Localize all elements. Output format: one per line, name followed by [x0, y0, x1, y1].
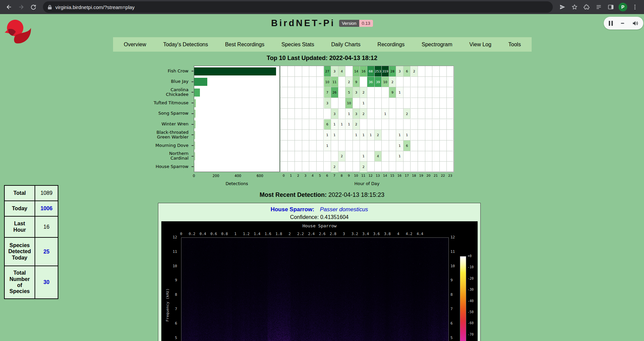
axis-tick	[192, 166, 194, 167]
top10-heading: Top 10 Last Updated: 2022-04-13 18:12	[0, 55, 644, 62]
seek-bar[interactable]	[621, 23, 624, 24]
colorbar-tick: -50	[468, 310, 474, 314]
heat-cell	[302, 87, 310, 98]
species-scientific-link[interactable]: Passer domesticus	[320, 206, 368, 213]
heat-cell	[396, 109, 404, 119]
spectro-xtick: 2	[288, 232, 291, 236]
heat-cell: 1	[360, 98, 367, 109]
back-button[interactable]	[3, 1, 15, 13]
nav-item-recordings[interactable]: Recordings	[377, 42, 405, 48]
url-bar[interactable]: virginia.birdnetpi.com/?stream=play	[43, 1, 553, 13]
heat-cell	[404, 119, 411, 130]
recent-value: 2022-04-13 18:15:23	[328, 191, 384, 198]
heat-cell	[288, 87, 295, 98]
heat-cell	[382, 98, 389, 109]
nav-item-species-stats[interactable]: Species Stats	[281, 42, 314, 48]
heat-cell	[375, 119, 382, 130]
nav-item-daily-charts[interactable]: Daily Charts	[331, 42, 361, 48]
send-icon[interactable]	[557, 1, 568, 13]
nav-item-view-log[interactable]: View Log	[469, 42, 491, 48]
summary-label: Last Hour	[5, 217, 35, 237]
summary-value[interactable]: 30	[35, 266, 58, 298]
heat-cell	[389, 130, 396, 140]
hour-xtick: 9	[348, 174, 350, 177]
nav-item-spectrogram[interactable]: Spectrogram	[422, 42, 452, 48]
spectro-xtick: 0.6	[210, 232, 217, 236]
heat-cell	[317, 151, 324, 162]
species-label: Blue Jay	[141, 76, 189, 87]
heat-cell	[404, 77, 411, 88]
heat-cell	[302, 77, 310, 88]
heat-cell	[411, 119, 418, 130]
heat-cell	[440, 109, 447, 119]
heat-cell	[382, 87, 389, 98]
forward-button[interactable]	[15, 1, 27, 13]
heat-cell	[317, 130, 324, 140]
colorbar-tick: +0	[468, 254, 472, 258]
spectro-xtick: 4	[397, 232, 399, 236]
heat-cell	[440, 162, 447, 172]
hour-xtick: 10	[354, 174, 358, 177]
heat-cell	[309, 119, 317, 130]
bar-xtick: 600	[257, 174, 263, 178]
url-text[interactable]: virginia.birdnetpi.com/?stream=play	[55, 4, 135, 10]
profile-avatar[interactable]: P	[619, 3, 627, 11]
reload-button[interactable]	[28, 1, 39, 13]
spectro-ytick-right: 10	[450, 264, 455, 268]
spectro-ytick-right: 7	[450, 307, 453, 311]
summary-value[interactable]: 25	[35, 238, 58, 266]
heat-cell	[317, 77, 324, 88]
bookmark-star-icon[interactable]	[569, 1, 580, 13]
spectro-xtick: 4.4	[417, 232, 423, 236]
extensions-icon[interactable]	[581, 1, 592, 13]
heat-cell	[375, 87, 382, 98]
species-common-link[interactable]: House Sparrow:	[271, 206, 314, 213]
pause-icon[interactable]	[609, 21, 613, 26]
bar-9	[194, 163, 195, 171]
heat-cell	[440, 77, 447, 88]
reading-list-icon[interactable]	[593, 1, 604, 13]
nav-item-best-recordings[interactable]: Best Recordings	[225, 42, 264, 48]
heat-cell: 1	[331, 130, 338, 140]
summary-row: Species Detected Today25	[5, 238, 58, 266]
nav-item-overview[interactable]: Overview	[124, 42, 146, 48]
axis-tick	[192, 103, 194, 103]
heat-cell	[345, 140, 353, 151]
heat-cell	[317, 119, 324, 130]
heat-cell	[331, 98, 338, 109]
page-header: BirdNET-Pi Version 0.13	[0, 18, 644, 29]
volume-icon[interactable]	[632, 20, 638, 26]
summary-value[interactable]: 1006	[35, 201, 58, 216]
heat-cell	[280, 162, 288, 172]
heat-cell: 10	[324, 77, 331, 88]
detection-title-line: House Sparrow: Passer domesticus	[158, 206, 480, 213]
heat-cell: 26	[331, 87, 338, 98]
species-label: Winter Wren	[141, 119, 189, 130]
heat-cell	[425, 77, 433, 88]
heat-cell	[411, 162, 418, 172]
confidence-text: Confidence: 0.41351604	[158, 214, 480, 220]
heat-cell	[440, 140, 447, 151]
heat-cell	[324, 109, 331, 119]
heat-cell	[353, 140, 360, 151]
heat-cell	[404, 87, 411, 98]
menu-kebab-icon[interactable]	[629, 1, 641, 13]
heat-cell: 1	[396, 130, 404, 140]
axis-tick	[192, 145, 194, 146]
heat-cell: 1	[338, 119, 346, 130]
spectro-xtick: 2.6	[319, 232, 326, 236]
nav-item-tools[interactable]: Tools	[508, 42, 521, 48]
heat-cell	[338, 109, 346, 119]
audio-player[interactable]	[604, 17, 643, 30]
spectrogram-title: House Sparrow	[161, 223, 478, 228]
hour-xtick: 5	[319, 174, 321, 177]
spectro-xtick: 1.2	[243, 232, 250, 236]
heat-cell	[280, 77, 288, 88]
heat-cell	[295, 130, 302, 140]
heat-cell	[280, 87, 288, 98]
heat-cell	[295, 77, 302, 88]
nav-item-today-s-detections[interactable]: Today's Detections	[163, 42, 208, 48]
spectro-ytick-left: 5	[175, 336, 177, 340]
side-panel-icon[interactable]	[605, 1, 616, 13]
heat-cell	[302, 151, 310, 162]
